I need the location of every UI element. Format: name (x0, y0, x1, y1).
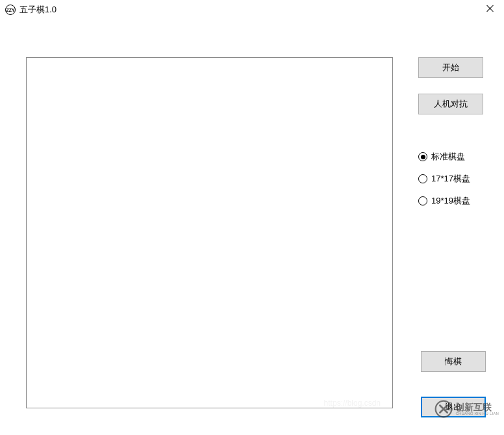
brand-watermark: 创新互联 CHUANG XIN HU LIAN (435, 400, 499, 418)
titlebar: ZZY 五子棋1.0 (0, 0, 504, 20)
radio-icon (418, 152, 427, 161)
close-icon[interactable] (486, 4, 495, 13)
start-button[interactable]: 开始 (418, 57, 483, 78)
radio-icon (418, 174, 427, 183)
content-area: 开始 人机对抗 标准棋盘 17*17棋盘 19*19棋盘 悔棋 退出 https… (0, 20, 504, 435)
undo-button[interactable]: 悔棋 (421, 351, 486, 372)
radio-label: 标准棋盘 (431, 151, 465, 163)
mode-button[interactable]: 人机对抗 (418, 94, 483, 114)
brand-text-cn: 创新互联 (455, 402, 499, 412)
app-icon: ZZY (5, 5, 16, 15)
window-title: 五子棋1.0 (19, 4, 57, 16)
board-canvas[interactable] (26, 57, 393, 408)
radio-label: 17*17棋盘 (431, 173, 470, 185)
brand-text: 创新互联 CHUANG XIN HU LIAN (455, 402, 499, 415)
brand-logo-icon (435, 400, 453, 418)
radio-label: 19*19棋盘 (431, 195, 470, 207)
board-size-radio-group: 标准棋盘 17*17棋盘 19*19棋盘 (418, 151, 486, 207)
brand-text-en: CHUANG XIN HU LIAN (455, 412, 499, 415)
svg-point-1 (447, 408, 450, 410)
radio-19-board[interactable]: 19*19棋盘 (418, 195, 486, 207)
side-panel: 开始 人机对抗 标准棋盘 17*17棋盘 19*19棋盘 (418, 57, 486, 207)
radio-standard-board[interactable]: 标准棋盘 (418, 151, 486, 163)
radio-17-board[interactable]: 17*17棋盘 (418, 173, 486, 185)
radio-icon (418, 196, 427, 205)
